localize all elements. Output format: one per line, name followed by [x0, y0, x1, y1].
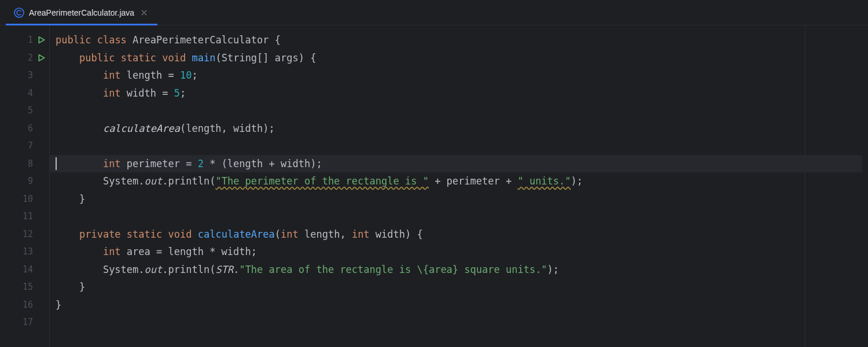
line-number: 5 [28, 105, 33, 116]
code-line[interactable] [56, 137, 868, 155]
class-icon [14, 8, 24, 18]
code-line[interactable]: int perimeter = 2 * (length + width); [56, 155, 868, 173]
line-number: 16 [23, 300, 33, 310]
code-line[interactable] [56, 102, 868, 120]
line-number: 15 [23, 282, 33, 292]
run-gutter-icon[interactable] [38, 54, 46, 62]
line-number: 3 [28, 70, 33, 80]
line-number: 11 [23, 211, 33, 222]
code-line[interactable]: } [56, 296, 868, 314]
gutter-line: 4 [0, 84, 49, 102]
code-line[interactable]: System.out.println("The perimeter of the… [56, 172, 868, 190]
gutter-line: 5 [0, 102, 49, 120]
code-line[interactable] [56, 208, 868, 226]
code-line[interactable]: private static void calculateArea(int le… [56, 226, 868, 243]
gutter-line: 6 [0, 120, 49, 138]
code-line[interactable]: int area = length * width; [56, 243, 868, 261]
line-number: 7 [28, 141, 33, 151]
line-number: 1 [28, 35, 33, 45]
gutter-line: 17 [0, 313, 49, 331]
line-number: 17 [23, 317, 33, 327]
close-icon[interactable] [139, 8, 149, 18]
gutter-line: 7 [0, 137, 49, 155]
code-line[interactable]: } [56, 190, 868, 208]
gutter: 1234567891011121314151617 [0, 25, 50, 347]
run-gutter-icon[interactable] [38, 36, 46, 44]
gutter-line: 1 [0, 31, 49, 49]
svg-point-0 [14, 8, 24, 17]
code-line[interactable]: calculateArea(length, width); [56, 120, 868, 138]
line-number: 14 [23, 264, 33, 275]
code-area[interactable]: public class AreaPerimeterCalculator { p… [50, 25, 868, 347]
tab-bar: AreaPerimeterCalculator.java [0, 0, 868, 25]
gutter-line: 9 [0, 172, 49, 190]
gutter-line: 15 [0, 278, 49, 296]
file-tab[interactable]: AreaPerimeterCalculator.java [6, 0, 157, 25]
text-cursor [56, 157, 57, 170]
code-line[interactable] [56, 313, 868, 331]
line-number: 8 [28, 158, 33, 169]
gutter-line: 14 [0, 261, 49, 279]
gutter-line: 10 [0, 190, 49, 208]
code-line[interactable]: public static void main(String[] args) { [56, 49, 868, 67]
code-line[interactable]: System.out.println(STR."The area of the … [56, 261, 868, 279]
gutter-line: 8 [0, 155, 49, 173]
code-line[interactable]: } [56, 278, 868, 296]
gutter-line: 12 [0, 226, 49, 243]
gutter-line: 2 [0, 49, 49, 67]
line-number: 6 [28, 123, 33, 134]
file-tab-title: AreaPerimeterCalculator.java [29, 8, 134, 17]
code-line[interactable]: int width = 5; [56, 84, 868, 102]
line-number: 2 [28, 53, 33, 63]
gutter-line: 11 [0, 208, 49, 226]
gutter-line: 16 [0, 296, 49, 314]
line-number: 12 [23, 229, 33, 239]
line-number: 4 [28, 88, 33, 98]
line-number: 9 [28, 176, 33, 186]
editor: 1234567891011121314151617 public class A… [0, 25, 868, 347]
line-number: 10 [23, 194, 33, 204]
code-line[interactable]: int length = 10; [56, 67, 868, 84]
code-line[interactable]: public class AreaPerimeterCalculator { [56, 31, 868, 49]
line-number: 13 [23, 246, 33, 257]
gutter-line: 13 [0, 243, 49, 261]
gutter-line: 3 [0, 67, 49, 84]
